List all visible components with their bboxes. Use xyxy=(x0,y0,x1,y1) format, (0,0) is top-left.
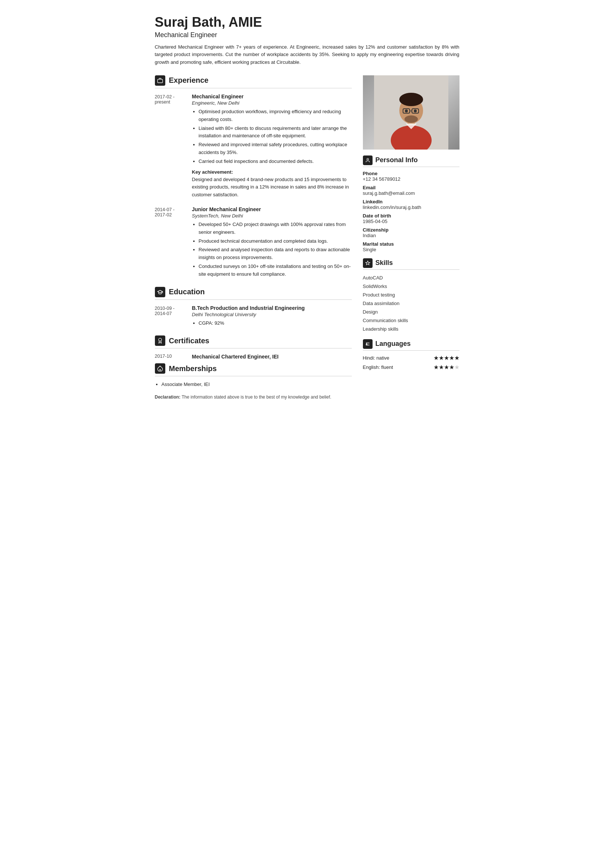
edu1-bullet-1: CGPA: 92% xyxy=(199,319,352,327)
exp2-bullet-1: Developed 50+ CAD project drawings with … xyxy=(199,221,352,236)
resume-summary: Chartered Mechanical Engineer with 7+ ye… xyxy=(155,43,460,67)
skills-icon xyxy=(363,258,373,268)
edu1-title: B.Tech Production and Industrial Enginee… xyxy=(192,305,352,311)
edu1-bullets: CGPA: 92% xyxy=(192,319,352,327)
linkedin-value: linkedin.com/in/suraj.g.bath xyxy=(363,205,460,210)
skills-title: Skills xyxy=(376,259,393,267)
experience-entry-2: 2014-07 - 2017-02 Junior Mechanical Engi… xyxy=(155,206,352,279)
svg-point-9 xyxy=(399,93,423,106)
svg-point-15 xyxy=(404,115,418,123)
photo-container xyxy=(363,75,460,150)
english-label: English: fluent xyxy=(363,364,393,370)
personal-info-divider xyxy=(363,167,460,167)
exp1-date: 2017-02 - present xyxy=(155,93,185,199)
exp2-bullet-2: Produced technical documentation and com… xyxy=(199,237,352,245)
skill-1: AutoCAD xyxy=(363,273,460,282)
skill-6: Communication skills xyxy=(363,316,460,325)
language-english: English: fluent ★★★★★ xyxy=(363,364,460,371)
experience-entry-1: 2017-02 - present Mechanical Engineer En… xyxy=(155,93,352,199)
email-item: Email suraj.g.bath@email.com xyxy=(363,185,460,196)
phone-label: Phone xyxy=(363,171,460,176)
exp1-bullet-1: Optimised production workflows, improvin… xyxy=(199,108,352,124)
edu1-content: B.Tech Production and Industrial Enginee… xyxy=(192,305,352,329)
citizenship-value: Indian xyxy=(363,232,460,238)
profile-photo xyxy=(363,75,460,150)
skills-section: Skills AutoCAD SolidWorks Product testin… xyxy=(363,258,460,333)
exp2-title: Junior Mechanical Engineer xyxy=(192,206,352,212)
edu1-date: 2010-09 - 2014-07 xyxy=(155,305,185,329)
education-icon xyxy=(155,287,165,297)
certificates-title: Certificates xyxy=(169,336,210,345)
membership-item-1: Associate Member, IEI xyxy=(162,381,352,387)
languages-icon: A xyxy=(363,339,373,349)
exp1-achievement-text: Designed and developed 4 brand-new produ… xyxy=(192,176,352,199)
cert1-date: 2017-10 xyxy=(155,353,185,360)
memberships-section-header: Memberships xyxy=(155,363,352,374)
certificates-icon xyxy=(155,335,165,346)
svg-point-16 xyxy=(367,158,368,160)
citizenship-label: Citizenship xyxy=(363,227,460,232)
marital-label: Marital status xyxy=(363,241,460,247)
english-stars: ★★★★★ xyxy=(434,364,460,371)
exp2-company: SystemTech, New Delhi xyxy=(192,213,352,219)
svg-rect-0 xyxy=(157,79,162,83)
skills-divider xyxy=(363,270,460,270)
personal-info-header: Personal Info xyxy=(363,155,460,165)
language-hindi: Hindi: native ★★★★★ xyxy=(363,354,460,361)
skill-5: Design xyxy=(363,308,460,316)
skill-7: Leadership skills xyxy=(363,325,460,333)
linkedin-item: LinkedIn linkedin.com/in/suraj.g.bath xyxy=(363,199,460,210)
experience-section-header: Experience xyxy=(155,75,352,86)
email-value: suraj.g.bath@email.com xyxy=(363,191,460,196)
memberships-divider xyxy=(155,376,352,376)
exp1-achievement-label: Key achievement: xyxy=(192,169,352,175)
exp2-content: Junior Mechanical Engineer SystemTech, N… xyxy=(192,206,352,279)
exp1-content: Mechanical Engineer Engineeric, New Delh… xyxy=(192,93,352,199)
education-entry-1: 2010-09 - 2014-07 B.Tech Production and … xyxy=(155,305,352,329)
certificates-section-header: Certificates xyxy=(155,335,352,346)
dob-value: 1985-04-05 xyxy=(363,219,460,224)
edu1-institution: Delhi Technological University xyxy=(192,312,352,317)
phone-item: Phone +12 34 56789012 xyxy=(363,171,460,182)
education-title: Education xyxy=(169,288,205,296)
phone-value: +12 34 56789012 xyxy=(363,176,460,182)
languages-header: A Languages xyxy=(363,339,460,349)
experience-icon xyxy=(155,75,165,86)
languages-title: Languages xyxy=(376,340,411,348)
left-column: Experience 2017-02 - present Mechanical … xyxy=(155,75,363,400)
personal-info-title: Personal Info xyxy=(376,156,418,164)
cert-entry-1: 2017-10 Mechanical Chartered Engineer, I… xyxy=(155,353,352,360)
cert1-title: Mechanical Chartered Engineer, IEI xyxy=(192,353,278,360)
dob-label: Date of birth xyxy=(363,213,460,219)
marital-value: Single xyxy=(363,247,460,252)
exp1-bullets: Optimised production workflows, improvin… xyxy=(192,108,352,166)
education-divider xyxy=(155,299,352,300)
personal-info-section: Personal Info Phone +12 34 56789012 Emai… xyxy=(363,155,460,252)
svg-text:A: A xyxy=(366,343,367,345)
memberships-icon xyxy=(155,363,165,374)
memberships-list: Associate Member, IEI xyxy=(155,381,352,387)
languages-section: A Languages Hindi: native ★★★★★ English:… xyxy=(363,339,460,371)
skill-2: SolidWorks xyxy=(363,282,460,291)
skills-header: Skills xyxy=(363,258,460,268)
linkedin-label: LinkedIn xyxy=(363,199,460,205)
exp1-bullet-4: Carried out field inspections and docume… xyxy=(199,158,352,166)
svg-point-14 xyxy=(414,110,417,112)
svg-point-1 xyxy=(159,338,162,341)
exp1-title: Mechanical Engineer xyxy=(192,93,352,99)
exp2-bullet-3: Reviewed and analysed inspection data an… xyxy=(199,246,352,262)
languages-divider xyxy=(363,350,460,351)
svg-point-13 xyxy=(405,110,408,112)
memberships-title: Memberships xyxy=(169,364,217,373)
exp2-bullet-4: Conducted surveys on 100+ off-site insta… xyxy=(199,263,352,278)
email-label: Email xyxy=(363,185,460,191)
exp2-date: 2014-07 - 2017-02 xyxy=(155,206,185,279)
exp1-bullet-3: Reviewed and improved internal safety pr… xyxy=(199,141,352,157)
exp1-bullet-2: Liaised with 80+ clients to discuss requ… xyxy=(199,125,352,140)
personal-info-icon xyxy=(363,155,373,165)
resume-name: Suraj Bath, AMIE xyxy=(155,15,460,30)
right-column: Personal Info Phone +12 34 56789012 Emai… xyxy=(363,75,460,400)
education-section-header: Education xyxy=(155,287,352,297)
marital-item: Marital status Single xyxy=(363,241,460,252)
experience-divider xyxy=(155,88,352,88)
